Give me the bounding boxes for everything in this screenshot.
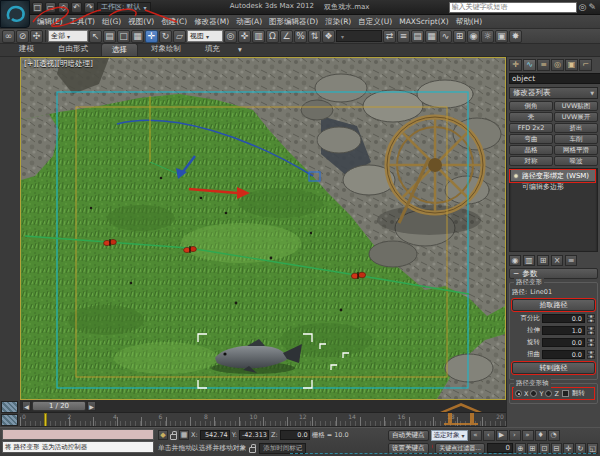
menu-item[interactable]: 动画(A): [233, 17, 265, 27]
menu-item[interactable]: 渲染(R): [322, 17, 354, 27]
save-file-icon[interactable]: ◇: [58, 2, 69, 13]
toolbar-icon[interactable]: ❖: [322, 30, 335, 43]
menu-item[interactable]: 图形编辑器(D): [266, 17, 321, 27]
command-panel-tab[interactable]: ≡: [537, 59, 550, 71]
spinner-arrows[interactable]: ▲▼: [587, 314, 595, 323]
workspace-dropdown[interactable]: 工作区: 默认▾: [97, 2, 151, 13]
viewport-nav-icon[interactable]: ⊕: [515, 443, 526, 454]
open-mini-curve-editor-button[interactable]: [1, 401, 18, 413]
set-key-button[interactable]: 设置关键点: [388, 443, 429, 454]
spinner-value-field[interactable]: 1.0: [542, 326, 585, 335]
toolbar-icon[interactable]: ▤: [103, 30, 116, 43]
spinner-arrows[interactable]: ▲▼: [587, 326, 595, 335]
selection-lock-icon[interactable]: [170, 434, 177, 440]
key-filters-button[interactable]: 关键点过滤器...: [435, 443, 485, 454]
playback-icon[interactable]: ‹: [483, 430, 495, 441]
modifier-button[interactable]: 车削: [554, 134, 598, 144]
spinner-value-field[interactable]: 0.0: [542, 350, 585, 359]
absolute-offset-mode-icon[interactable]: ▦: [179, 430, 189, 440]
toolbar-icon[interactable]: ▱: [173, 30, 186, 43]
command-panel-tab[interactable]: ▣: [565, 59, 578, 71]
flip-checkbox[interactable]: [562, 390, 569, 397]
toolbar-icon[interactable]: ◉: [467, 30, 480, 43]
viewport-nav-icon[interactable]: ⊡: [539, 443, 550, 454]
help-pen-icon[interactable]: ✎: [588, 2, 596, 12]
toolbar-icon[interactable]: ▦: [425, 30, 438, 43]
time-slider[interactable]: ◀ 1 / 20 ▶: [20, 400, 506, 413]
infocenter-search-input[interactable]: [449, 2, 577, 13]
ribbon-tab[interactable]: 建模: [8, 42, 45, 56]
modifier-button[interactable]: 壳: [509, 112, 553, 122]
open-file-icon[interactable]: ▭: [45, 2, 56, 13]
application-menu-button[interactable]: [0, 0, 30, 28]
menu-item[interactable]: 创建(C): [158, 17, 190, 27]
toolbar-icon[interactable]: ⊘: [16, 30, 29, 43]
modifier-button[interactable]: FFD 2x2: [509, 123, 553, 133]
toolbar-icon[interactable]: ▥: [252, 30, 265, 43]
spinner-value-field[interactable]: 0.0: [542, 338, 585, 347]
menu-item[interactable]: 工具(T): [67, 17, 98, 27]
undo-icon[interactable]: ↶: [71, 2, 82, 13]
modifier-list-dropdown[interactable]: 修改器列表 ▼: [509, 87, 598, 99]
modifier-button[interactable]: 网格平滑: [554, 145, 598, 155]
toolbar-icon[interactable]: □: [117, 30, 130, 43]
add-time-tag[interactable]: 添加时间标记: [259, 443, 306, 454]
stack-tool-icon[interactable]: ▥: [523, 255, 535, 266]
axis-radio[interactable]: [545, 390, 552, 397]
move-to-path-button[interactable]: 转到路径: [512, 362, 595, 374]
modifier-button[interactable]: 噪波: [554, 156, 598, 166]
toolbar-icon[interactable]: ✜: [238, 30, 251, 43]
selection-filter-dropdown[interactable]: 全部▾: [48, 30, 88, 42]
modifier-button[interactable]: UVW展开: [554, 112, 598, 122]
current-frame-field[interactable]: 0: [487, 443, 513, 453]
stack-tool-icon[interactable]: ≡: [565, 255, 577, 266]
command-panel-tab[interactable]: ⌐: [579, 59, 592, 71]
toolbar-icon[interactable]: ✛: [145, 30, 158, 43]
toolbar-icon[interactable]: ∠: [280, 30, 293, 43]
modifier-button[interactable]: 倒角: [509, 101, 553, 111]
trackbar-filter-button[interactable]: [1, 414, 18, 426]
toolbar-icon[interactable]: ◎: [224, 30, 237, 43]
modifier-button[interactable]: 晶格: [509, 145, 553, 155]
menu-item[interactable]: 编辑(E): [34, 17, 66, 27]
toolbar-icon[interactable]: ▣: [495, 30, 508, 43]
viewport-nav-icon[interactable]: ◱: [587, 443, 598, 454]
ribbon-tab[interactable]: 选择: [101, 43, 138, 56]
perspective-viewport[interactable]: [20, 57, 506, 400]
menu-item[interactable]: MAXScript(X): [396, 17, 451, 26]
playback-icon[interactable]: ›: [509, 430, 521, 441]
menu-item[interactable]: 帮助(H): [453, 17, 486, 27]
playback-icon[interactable]: »: [522, 430, 534, 441]
search-binoculars-icon[interactable]: ◎: [579, 2, 587, 12]
stack-tool-icon[interactable]: ◉: [509, 255, 521, 266]
selected-set-dropdown[interactable]: 选定对象▾: [431, 430, 468, 441]
toolbar-icon[interactable]: ✣: [30, 30, 43, 43]
toolbar-icon[interactable]: ↖: [89, 30, 102, 43]
modifier-stack-row[interactable]: 可编辑多边形: [511, 181, 596, 192]
coord-z-field[interactable]: 0.0: [280, 430, 310, 440]
toolbar-icon[interactable]: ▦: [131, 30, 144, 43]
isolate-selection-icon[interactable]: ◆: [158, 430, 168, 440]
modifier-button[interactable]: 弯曲: [509, 134, 553, 144]
current-time-marker[interactable]: [44, 413, 47, 427]
maxscript-listener-white[interactable]: 将 路径变形 选为活动控制器: [2, 441, 154, 453]
axis-radio[interactable]: [530, 390, 537, 397]
auto-key-button[interactable]: 自动关键点: [388, 430, 429, 441]
viewport-nav-icon[interactable]: ✛: [563, 443, 574, 454]
next-frame-arrow[interactable]: ▶: [87, 401, 96, 411]
toolbar-icon[interactable]: ▤: [411, 30, 424, 43]
modifier-button[interactable]: 挤出: [554, 123, 598, 133]
menu-item[interactable]: 视图(V): [125, 17, 157, 27]
ribbon-tab[interactable]: 自由形式: [47, 42, 99, 56]
menu-item[interactable]: 修改器(M): [191, 17, 232, 27]
viewport-nav-icon[interactable]: ↻: [575, 443, 586, 454]
toolbar-icon[interactable]: ∞: [2, 30, 15, 43]
toolbar-icon[interactable]: ☼: [481, 30, 494, 43]
coord-y-field[interactable]: -42.313: [239, 430, 269, 440]
ribbon-tab[interactable]: 对象绘制: [140, 42, 192, 56]
command-panel-tab[interactable]: ◎: [551, 59, 564, 71]
toolbar-icon[interactable]: ⇅: [308, 30, 321, 43]
viewport-nav-icon[interactable]: ⊟: [551, 443, 562, 454]
spinner-arrows[interactable]: ▲▼: [587, 338, 595, 347]
ribbon-tab[interactable]: 填充: [194, 42, 231, 56]
